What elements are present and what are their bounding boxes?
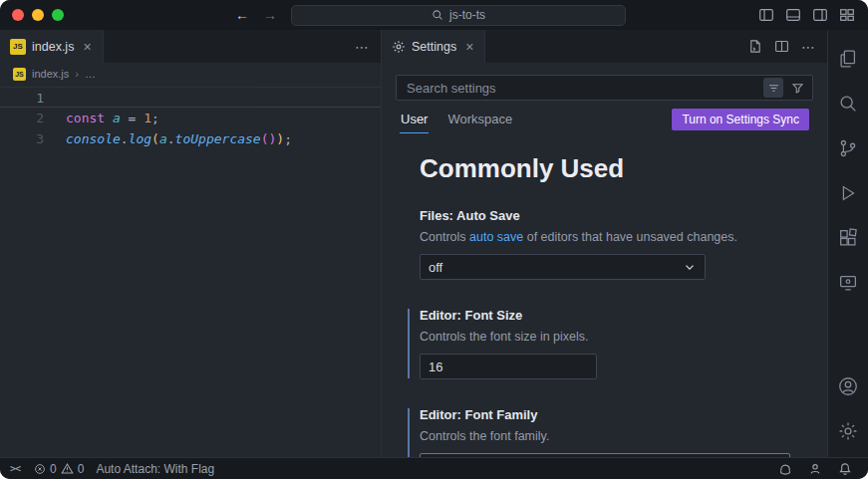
- close-tab-icon[interactable]: ×: [464, 40, 474, 54]
- tab-bar-right: Settings × ⋯: [382, 30, 827, 63]
- line-number[interactable]: 1: [0, 88, 44, 107]
- command-center-search[interactable]: js-to-ts: [291, 5, 626, 26]
- setting-files-auto-save: Files: Auto Save Controls auto save of e…: [420, 208, 807, 280]
- manage-gear-icon[interactable]: [828, 408, 868, 453]
- warning-icon: [61, 462, 74, 475]
- tab-bar-left: JS index.js × ⋯: [0, 30, 381, 63]
- notifications-bell-icon[interactable]: [832, 462, 858, 476]
- copilot-icon[interactable]: [772, 462, 798, 476]
- run-and-debug-icon[interactable]: [828, 170, 868, 215]
- toggle-primary-sidebar-icon[interactable]: [758, 7, 774, 23]
- settings-section-heading: Commonly Used: [420, 153, 807, 184]
- feedback-icon[interactable]: [802, 462, 828, 476]
- search-icon[interactable]: [828, 81, 868, 125]
- tab-workspace-settings[interactable]: Workspace: [446, 105, 513, 133]
- editor-group-right: Settings × ⋯: [382, 30, 827, 457]
- remote-indicator-icon[interactable]: ><: [0, 458, 28, 479]
- auto-save-select[interactable]: off: [420, 254, 706, 280]
- close-tab-icon[interactable]: ×: [82, 40, 92, 54]
- customize-layout-icon[interactable]: [839, 7, 855, 23]
- setting-description: Controls the font size in pixels.: [420, 330, 807, 344]
- setting-editor-font-size: Editor: Font Size Controls the font size…: [420, 308, 807, 379]
- font-size-input[interactable]: [420, 354, 597, 379]
- vscode-window: ← → js-to-ts: [0, 0, 868, 479]
- auto-save-link[interactable]: auto save: [469, 230, 523, 244]
- setting-description: Controls the font family.: [420, 429, 807, 443]
- forward-button[interactable]: →: [263, 7, 277, 23]
- gear-icon: [392, 40, 406, 54]
- javascript-file-icon: JS: [10, 39, 26, 55]
- breadcrumb-file[interactable]: index.js: [32, 68, 69, 80]
- code-line-2[interactable]: 2 const a = 1;: [0, 108, 381, 128]
- explorer-icon[interactable]: [828, 36, 868, 81]
- setting-title: Files: Auto Save: [420, 208, 807, 223]
- settings-list: Commonly Used Files: Auto Save Controls …: [396, 135, 813, 457]
- turn-on-settings-sync-button[interactable]: Turn on Settings Sync: [672, 109, 809, 130]
- macos-window-controls: [0, 9, 74, 21]
- command-center-query: js-to-ts: [449, 8, 485, 22]
- editor-group-left: JS index.js × ⋯ JS index.js › … 1: [0, 30, 382, 457]
- code-editor[interactable]: 1 2 const a = 1; 3 console.log(a.toUpper…: [0, 85, 381, 457]
- settings-scope-tabs: User Workspace Turn on Settings Sync: [396, 101, 813, 135]
- open-settings-json-icon[interactable]: [747, 39, 762, 54]
- error-icon: [34, 463, 46, 475]
- settings-search-box: [396, 75, 813, 101]
- setting-title: Editor: Font Family: [420, 407, 807, 422]
- tab-index-js[interactable]: JS index.js ×: [0, 30, 104, 63]
- chevron-right-icon: ›: [75, 68, 79, 80]
- toggle-secondary-sidebar-icon[interactable]: [812, 7, 828, 23]
- breadcrumb[interactable]: JS index.js › …: [0, 63, 381, 85]
- filter-list-icon[interactable]: [763, 78, 783, 98]
- back-button[interactable]: ←: [235, 7, 249, 23]
- more-actions-icon[interactable]: ⋯: [355, 39, 370, 55]
- split-editor-icon[interactable]: [774, 39, 789, 54]
- history-nav: ← →: [235, 7, 277, 23]
- auto-attach-status[interactable]: Auto Attach: With Flag: [90, 458, 220, 479]
- setting-editor-font-family: Editor: Font Family Controls the font fa…: [420, 407, 807, 457]
- extensions-icon[interactable]: [828, 215, 868, 260]
- chevron-down-icon: [683, 260, 697, 274]
- font-family-input[interactable]: [420, 453, 790, 457]
- zoom-window-button[interactable]: [52, 9, 64, 21]
- status-bar: >< 0 0 Auto Attach: With Flag: [0, 457, 868, 479]
- line-number[interactable]: 2: [0, 108, 44, 128]
- minimize-window-button[interactable]: [32, 9, 44, 21]
- filter-funnel-icon[interactable]: [787, 78, 807, 98]
- tab-label: index.js: [32, 40, 74, 54]
- line-number[interactable]: 3: [0, 128, 44, 149]
- tab-label: Settings: [412, 40, 456, 54]
- problems-indicator[interactable]: 0 0: [28, 458, 90, 479]
- remote-explorer-icon[interactable]: [828, 260, 868, 305]
- code-line-3[interactable]: 3 console.log(a.toUppercase());: [0, 128, 381, 149]
- code-line-1[interactable]: 1: [0, 87, 381, 108]
- settings-search-input[interactable]: [405, 80, 759, 97]
- setting-title: Editor: Font Size: [420, 308, 807, 323]
- selected-value: off: [429, 260, 442, 275]
- close-window-button[interactable]: [12, 9, 24, 21]
- workbench: JS index.js × ⋯ JS index.js › … 1: [0, 30, 868, 457]
- toggle-panel-icon[interactable]: [785, 7, 801, 23]
- tab-settings[interactable]: Settings ×: [382, 30, 485, 63]
- search-icon: [432, 9, 443, 21]
- account-icon[interactable]: [828, 363, 868, 408]
- setting-description: Controls auto save of editors that have …: [420, 230, 807, 244]
- more-actions-icon[interactable]: ⋯: [801, 39, 816, 55]
- tab-user-settings[interactable]: User: [400, 105, 429, 133]
- layout-controls: [745, 7, 868, 23]
- source-control-icon[interactable]: [828, 125, 868, 170]
- breadcrumb-symbol[interactable]: …: [85, 68, 96, 80]
- title-bar: ← → js-to-ts: [0, 0, 868, 30]
- javascript-file-icon: JS: [13, 68, 26, 81]
- activity-bar: [827, 30, 868, 457]
- settings-editor: User Workspace Turn on Settings Sync Com…: [382, 63, 827, 457]
